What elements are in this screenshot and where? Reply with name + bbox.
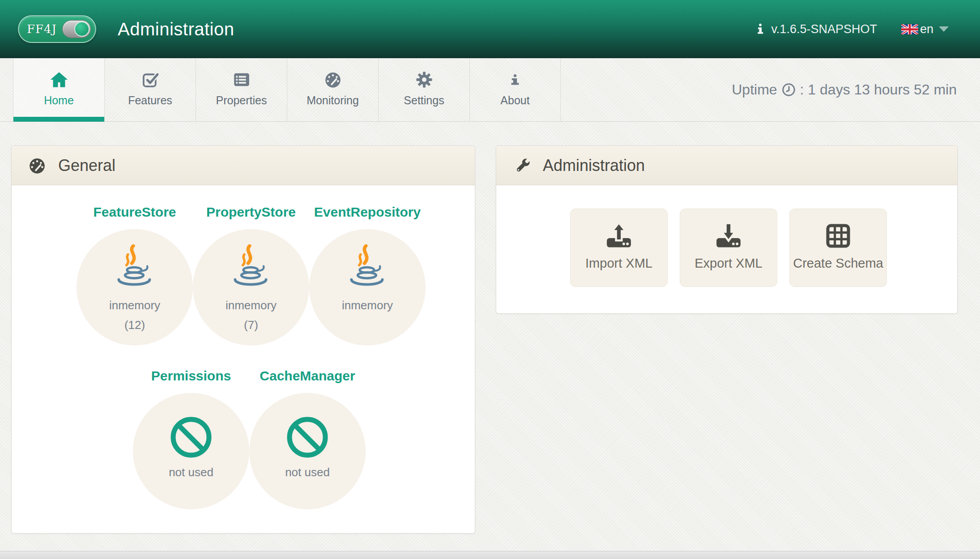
java-icon: [227, 244, 275, 293]
ban-icon: [169, 415, 213, 460]
page-title: Administration: [118, 19, 234, 39]
feature-store-impl: inmemory: [109, 298, 160, 312]
ff4j-logo[interactable]: FF4J: [18, 15, 96, 43]
chevron-down-icon: [939, 26, 949, 32]
java-icon: [111, 244, 159, 293]
general-panel-title: General: [58, 156, 115, 175]
feature-store: FeatureStore inmemory (12): [77, 204, 193, 346]
language-selector[interactable]: en: [884, 22, 949, 36]
cache-manager-circle: not used: [249, 393, 366, 509]
permissions-impl: not used: [169, 465, 213, 479]
tab-home[interactable]: Home: [13, 58, 104, 121]
create-schema-button[interactable]: Create Schema: [789, 209, 887, 287]
check-square-icon: [141, 70, 160, 89]
dashboard-icon: [324, 70, 342, 89]
tab-monitoring[interactable]: Monitoring: [287, 58, 378, 121]
event-repository-circle: inmemory: [309, 229, 426, 346]
administration-panel-title: Administration: [543, 156, 645, 175]
administration-panel-header: Administration: [496, 146, 957, 185]
event-repository-impl: inmemory: [342, 298, 393, 312]
horizontal-scrollbar[interactable]: [0, 551, 980, 559]
permissions-title: Permissions: [151, 368, 231, 384]
version-label[interactable]: v.1.6.5-SNAPSHOT: [771, 22, 877, 36]
ff4j-toggle-icon: [62, 20, 91, 38]
info-icon: [757, 23, 764, 35]
gear-icon: [415, 70, 434, 89]
wrench-icon: [512, 156, 531, 175]
property-store-impl: inmemory: [226, 298, 277, 312]
main-content: General FeatureStore: [0, 122, 980, 551]
general-panel: General FeatureStore: [11, 145, 475, 533]
download-icon: [714, 222, 743, 250]
import-xml-button[interactable]: Import XML: [570, 209, 668, 287]
event-repository: EventRepository inmemory: [309, 204, 426, 346]
feature-store-circle: inmemory (12): [77, 229, 193, 346]
info-icon: [509, 70, 521, 89]
language-label: en: [920, 22, 933, 36]
event-repository-title: EventRepository: [314, 204, 421, 220]
tab-properties[interactable]: Properties: [196, 58, 287, 121]
ban-icon: [285, 415, 330, 460]
main-navbar: Home Features Properties: [0, 58, 980, 122]
permissions-circle: not used: [133, 393, 249, 509]
general-panel-header: General: [12, 146, 475, 185]
java-icon: [343, 244, 392, 293]
table-icon: [824, 222, 852, 250]
app-header: FF4J Administration v.1.6.5-SNAPSHOT en: [0, 0, 980, 58]
property-store: PropertyStore inmemory (7): [193, 204, 309, 346]
cache-manager-title: CacheManager: [260, 368, 355, 384]
feature-store-title: FeatureStore: [93, 204, 176, 220]
permissions-store: Permissions not used: [133, 368, 249, 509]
property-store-circle: inmemory (7): [193, 229, 309, 346]
clock-icon: [782, 83, 796, 97]
tab-settings[interactable]: Settings: [378, 58, 469, 121]
home-icon: [50, 70, 68, 89]
tab-about[interactable]: About: [469, 58, 561, 121]
ff4j-logo-text: FF4J: [27, 22, 57, 36]
cache-manager-store: CacheManager not used: [249, 368, 366, 509]
tab-features[interactable]: Features: [104, 58, 196, 121]
cache-manager-impl: not used: [285, 465, 330, 479]
property-store-count: (7): [244, 318, 258, 332]
export-xml-button[interactable]: Export XML: [680, 209, 777, 287]
uptime-status: Uptime : 1 days 13 hours 52 min: [732, 58, 957, 121]
list-alt-icon: [232, 70, 251, 89]
upload-icon: [605, 222, 633, 250]
property-store-title: PropertyStore: [206, 204, 296, 220]
administration-panel: Administration Import XML Ex: [496, 145, 958, 314]
uk-flag-icon: [901, 24, 918, 34]
dashboard-icon: [28, 156, 47, 175]
feature-store-count: (12): [124, 318, 145, 332]
